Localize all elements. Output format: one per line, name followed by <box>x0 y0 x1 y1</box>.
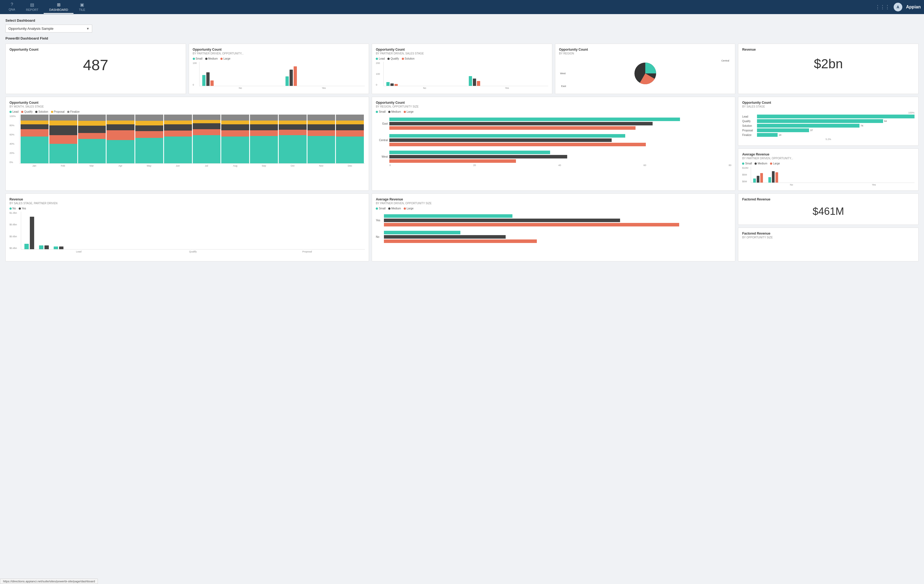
stacked-col-may <box>135 115 163 163</box>
card-subtitle-avg-rev2: BY PARTNER DRIVEN, OPPORTUNITY SIZE <box>376 202 731 205</box>
month-jan: Jan <box>20 165 48 167</box>
legend-rs-medium: Medium <box>388 110 401 113</box>
stage-bar-solution <box>757 124 859 128</box>
factored-rev-value: $461M <box>742 202 914 221</box>
bar-no-large <box>210 81 214 86</box>
nav-item-qna[interactable]: ? QNA <box>3 0 21 14</box>
y-04bn: $0.4bn <box>10 247 17 250</box>
y-label-100-2: 100 <box>376 72 380 75</box>
stacked-col-mar <box>78 115 106 163</box>
label-rs-no: No <box>13 207 16 210</box>
month-oct: Oct <box>279 165 307 167</box>
bar-yes-small <box>285 76 289 86</box>
avg-rev2-no-row: No <box>376 231 731 243</box>
dashboard-icon: ⊞ <box>57 2 61 7</box>
legend-label-lead: Lead <box>379 57 385 60</box>
bar-yes-qualify <box>473 79 476 86</box>
y-08bn: $0.8bn <box>10 223 17 226</box>
nav-label-qna: QNA <box>9 8 15 11</box>
dot-month-finalize <box>67 111 69 113</box>
nav-item-report[interactable]: ▤ REPORT <box>21 0 44 14</box>
card-subtitle-sales-stage2: BY SALES STAGE <box>742 105 914 108</box>
bar-no-qualify <box>390 84 394 86</box>
bar-yes-large <box>294 66 297 86</box>
seg-mar-lead <box>78 139 106 163</box>
avg-rev2-yes-label: Yes <box>376 219 384 222</box>
avg-rev2-yes-large <box>384 223 679 227</box>
stacked-col-nov <box>307 115 335 163</box>
nav-item-tile[interactable]: ▣ TILE <box>73 0 91 14</box>
dot-ar-medium <box>754 163 757 165</box>
seg-nov-lead <box>307 136 335 163</box>
card-title-avg-rev: Average Revenue <box>742 153 914 156</box>
seg-jul-finalize <box>193 115 221 120</box>
seg-jun-lead <box>164 137 192 163</box>
y-axis-avg-rev: $10M $5M $0M <box>742 166 748 183</box>
legend-dot-lead <box>376 58 378 60</box>
stage-bottom-label: 5.2% <box>742 138 914 141</box>
card-opp-region-size: Opportunity Count BY REGION, OPPORTUNITY… <box>372 97 735 191</box>
legend-opp-partner: Small Medium Large <box>193 57 365 60</box>
card-subtitle-opp-region-size: BY REGION, OPPORTUNITY SIZE <box>376 105 731 108</box>
avg-rev2-yes-row: Yes <box>376 214 731 227</box>
seg-aug-qualify <box>221 130 249 137</box>
seg-nov-proposal <box>307 120 335 124</box>
bar-group-yes-2 <box>469 76 546 86</box>
dot-rs-large <box>404 111 406 113</box>
card-opp-sales-stage: Opportunity Count BY PARTNER DRIVEN, SAL… <box>372 44 552 94</box>
hbar-central-large <box>389 143 646 146</box>
dot-rs-small <box>376 111 378 113</box>
card-title-rev-sales-stage: Revenue <box>10 197 365 201</box>
stage-val-proposal: 37 <box>810 129 813 132</box>
grid-icon[interactable]: ⋮⋮⋮ <box>875 4 890 10</box>
dashboard-select-wrap: Opportunity Analysis Sample ▼ <box>5 25 919 33</box>
stage-bar-proposal <box>757 128 809 132</box>
stage-row-lead: Lead <box>742 115 914 118</box>
month-dec: Dec <box>336 165 364 167</box>
bar-ar-no-medium <box>757 176 759 183</box>
avg-rev2-no-label: No <box>376 235 384 239</box>
card-title-opp-count-total: Opportunity Count <box>10 48 182 51</box>
bar-ar-no-large <box>760 173 763 183</box>
card-factored-revenue: Factored Revenue $461M <box>738 193 919 225</box>
stage-bar-qualify-wrap: 94 <box>757 119 914 123</box>
dot-month-proposal <box>51 111 53 113</box>
avatar[interactable]: A <box>894 3 902 12</box>
legend-rs-large: Large <box>404 110 414 113</box>
stacked-col-oct <box>279 115 307 163</box>
seg-dec-finalize <box>336 115 364 120</box>
hbar-label-central: Central <box>376 139 389 141</box>
card-title-revenue: Revenue <box>742 48 914 51</box>
pie-chart-wrap: Central West East <box>559 57 731 90</box>
card-title-factored-rev2: Factored Revenue <box>742 232 914 235</box>
seg-may-lead <box>135 138 163 163</box>
legend-dot-small <box>193 58 195 60</box>
stage-row-solution: Solution 74 <box>742 124 914 128</box>
hbar-east-medium <box>389 122 653 125</box>
avg-rev2-no-large <box>384 239 537 243</box>
legend-ar-large: Large <box>770 162 780 165</box>
nav-label-dashboard: DASHBOARD <box>49 8 68 12</box>
stage-row-qualify: Qualify 94 <box>742 119 914 123</box>
y-06bn: $0.6bn <box>10 235 17 238</box>
dashboard-select[interactable]: Opportunity Analysis Sample <box>5 25 92 33</box>
legend-medium: Medium <box>205 57 218 60</box>
label-rs-small: Small <box>379 110 386 113</box>
x-no-avg-rev: No <box>753 183 830 186</box>
stacked-col-dec <box>336 115 364 163</box>
pie-label-east: East <box>561 85 566 87</box>
nav-items: ? QNA ▤ REPORT ⊞ DASHBOARD ▣ TILE <box>3 0 91 14</box>
stage-val-qualify: 94 <box>884 120 887 122</box>
card-revenue: Revenue $2bn <box>738 44 919 94</box>
month-sep: Sep <box>250 165 278 167</box>
legend-label-small: Small <box>196 57 203 60</box>
hbar-central-medium <box>389 138 612 142</box>
main-content: Select Dashboard Opportunity Analysis Sa… <box>0 14 924 266</box>
card-subtitle-opp-month: BY MONTH, SALES STAGE <box>10 105 365 108</box>
dot-rs-medium <box>388 111 390 113</box>
revenue-value: $2bn <box>742 52 914 76</box>
stage-bar-solution-wrap: 74 <box>757 124 914 128</box>
x-axis-months: Jan Feb Mar Apr May Jun Jul Aug Sep Oct … <box>19 164 365 167</box>
nav-item-dashboard[interactable]: ⊞ DASHBOARD <box>44 0 73 14</box>
seg-jul-proposal <box>193 120 221 123</box>
